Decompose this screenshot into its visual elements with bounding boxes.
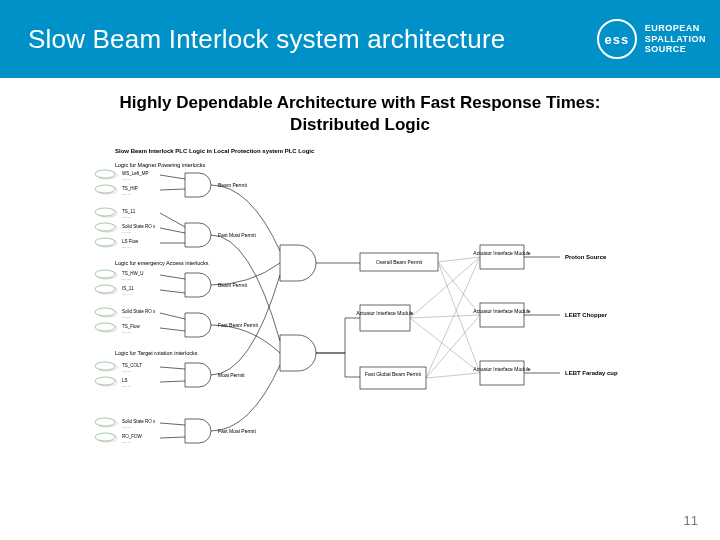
svg-text:Actuator Interface Module: Actuator Interface Module xyxy=(473,250,530,256)
svg-point-17 xyxy=(95,238,115,246)
svg-point-5 xyxy=(95,185,115,193)
brand-name: EUROPEAN SPALLATION SOURCE xyxy=(645,23,706,54)
svg-text:— —: — — xyxy=(122,439,131,444)
io-group-2: TS_HW_U— — IS_11— — Solid State RO x— — … xyxy=(95,270,156,334)
svg-point-45 xyxy=(95,377,115,385)
and-gate-icon xyxy=(280,245,316,281)
actuator-box-3 xyxy=(480,361,524,385)
and-gate-icon xyxy=(185,313,211,337)
group1-label: Logic for Magnet Powering interlocks xyxy=(115,162,205,168)
svg-text:— —: — — xyxy=(122,276,131,281)
svg-text:— —: — — xyxy=(122,383,131,388)
svg-text:— —: — — xyxy=(122,214,131,219)
output-chopper: LEBT Chopper xyxy=(565,312,608,318)
svg-text:Fast Moai Permit: Fast Moai Permit xyxy=(218,232,256,238)
svg-text:— —: — — xyxy=(122,424,131,429)
brand-line1: EUROPEAN xyxy=(645,23,706,33)
brand-block: ess EUROPEAN SPALLATION SOURCE xyxy=(597,19,706,59)
svg-text:Actuator Interface Module: Actuator Interface Module xyxy=(356,310,413,316)
svg-text:— —: — — xyxy=(122,291,131,296)
svg-text:Beam Permit: Beam Permit xyxy=(218,182,248,188)
title-bar: Slow Beam Interlock system architecture … xyxy=(0,0,720,78)
svg-point-9 xyxy=(95,208,115,216)
svg-point-35 xyxy=(95,323,115,331)
subtitle: Highly Dependable Architecture with Fast… xyxy=(40,92,680,136)
svg-point-27 xyxy=(95,285,115,293)
svg-point-49 xyxy=(95,418,115,426)
diagram-title: Slow Beam Interlock PLC Logic in Local P… xyxy=(115,148,315,154)
io-group-3: TS_COLT— — LS— — Solid State RO x— — RO_… xyxy=(95,362,156,444)
svg-text:— —: — — xyxy=(122,368,131,373)
svg-point-41 xyxy=(95,362,115,370)
svg-text:Actuator Interface Module: Actuator Interface Module xyxy=(473,308,530,314)
architecture-diagram: Slow Beam Interlock PLC Logic in Local P… xyxy=(90,145,650,495)
page-number: 11 xyxy=(684,513,698,528)
and-gate-icon xyxy=(280,335,316,371)
svg-text:Overall Beam Permit: Overall Beam Permit xyxy=(376,259,423,265)
svg-point-13 xyxy=(95,223,115,231)
svg-point-23 xyxy=(95,270,115,278)
and-gate-icon xyxy=(185,419,211,443)
and-gate-icon xyxy=(185,363,211,387)
svg-text:— —: — — xyxy=(122,329,131,334)
svg-text:— —: — — xyxy=(122,229,131,234)
svg-text:Fast Global Beam Permit: Fast Global Beam Permit xyxy=(365,371,421,377)
svg-text:— —: — — xyxy=(122,191,131,196)
subtitle-line1: Highly Dependable Architecture with Fast… xyxy=(120,93,601,112)
actuator-box-1 xyxy=(480,245,524,269)
output-faraday: LEBT Faraday cup xyxy=(565,370,618,376)
svg-point-1 xyxy=(95,170,115,178)
brand-line2: SPALLATION xyxy=(645,34,706,44)
actuator-box-2 xyxy=(480,303,524,327)
and-gate-icon xyxy=(185,173,211,197)
io-group-1: WS_Left_MP— — TS_HIP— — TS_11— — Solid S… xyxy=(95,170,156,249)
svg-text:Fast Beam Permit: Fast Beam Permit xyxy=(218,322,259,328)
actuator-mid-box xyxy=(360,305,410,331)
slide-title: Slow Beam Interlock system architecture xyxy=(28,24,505,55)
subtitle-line2: Distributed Logic xyxy=(290,115,430,134)
brand-line3: SOURCE xyxy=(645,44,706,54)
svg-text:Actuator Interface Module: Actuator Interface Module xyxy=(473,366,530,372)
group2-label: Logic for emergency Access interlocks xyxy=(115,260,209,266)
svg-text:— —: — — xyxy=(122,244,131,249)
output-proton: Proton Source xyxy=(565,254,607,260)
svg-text:— —: — — xyxy=(122,176,131,181)
ess-logo-icon: ess xyxy=(597,19,637,59)
and-gate-icon xyxy=(185,273,211,297)
svg-text:— —: — — xyxy=(122,314,131,319)
svg-point-31 xyxy=(95,308,115,316)
group3-label: Logic for Target rotation interlocks xyxy=(115,350,198,356)
svg-point-53 xyxy=(95,433,115,441)
and-gate-icon xyxy=(185,223,211,247)
